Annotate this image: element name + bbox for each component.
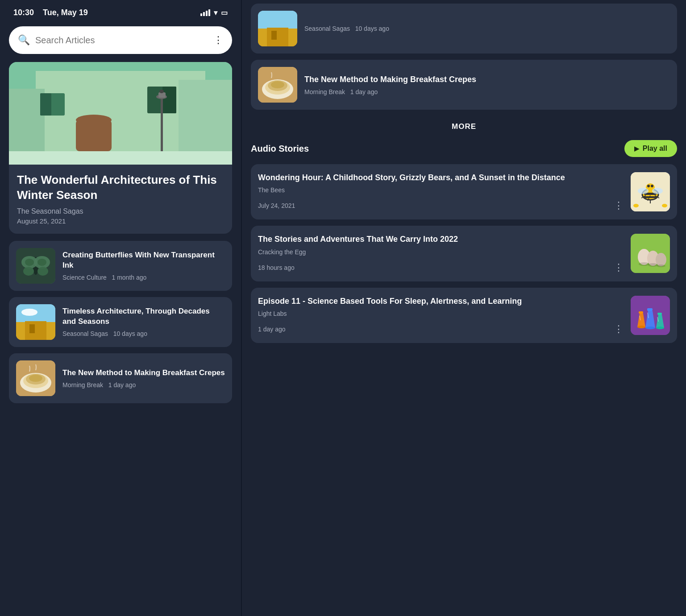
audio-item-bees[interactable]: Wondering Hour: A Childhood Story, Grizz… — [251, 164, 677, 219]
wifi-icon: ▾ — [214, 8, 217, 17]
partial-seasonal-sagas-item[interactable]: Seasonal Sagas 10 days ago — [251, 4, 677, 54]
article-item-crepes[interactable]: The New Method to Making Breakfast Crepe… — [9, 353, 232, 403]
search-input[interactable] — [35, 35, 208, 45]
article-info-crepes: The New Method to Making Breakfast Crepe… — [62, 368, 225, 389]
search-options-icon[interactable]: ⋮ — [213, 34, 223, 46]
status-bar: 10:30 Tue, May 19 ▾ ▭ — [9, 0, 232, 22]
svg-rect-66 — [657, 313, 662, 315]
article-item-architecture[interactable]: Timeless Architecture, Through Decades a… — [9, 297, 232, 347]
svg-point-59 — [648, 263, 658, 267]
signal-icon — [200, 9, 210, 16]
audio-item-egg[interactable]: The Stories and Adventures That We Carry… — [251, 226, 677, 281]
svg-point-9 — [76, 115, 112, 125]
svg-rect-14 — [9, 151, 232, 165]
article-thumb-butterflies — [16, 248, 55, 284]
svg-point-49 — [651, 185, 653, 187]
audio-item-lab[interactable]: Episode 11 - Science Based Tools For Sle… — [251, 288, 677, 343]
svg-point-41 — [271, 81, 284, 88]
battery-icon: ▭ — [221, 8, 228, 17]
audio-options-bees[interactable]: ⋮ — [614, 200, 624, 211]
article-meta-architecture: Seasonal Sagas 10 days ago — [62, 330, 225, 337]
search-icon: 🔍 — [18, 34, 30, 46]
featured-date: August 25, 2021 — [17, 217, 224, 225]
status-bar-right: ▾ ▭ — [200, 8, 228, 17]
svg-rect-27 — [29, 324, 35, 333]
play-all-label: Play all — [643, 145, 667, 153]
article-title-crepes: The New Method to Making Breakfast Crepe… — [62, 368, 225, 378]
svg-rect-62 — [639, 311, 643, 314]
svg-rect-5 — [40, 93, 51, 116]
audio-options-egg[interactable]: ⋮ — [614, 262, 624, 273]
article-title-butterflies: Creating Butterflies With New Transparen… — [62, 250, 225, 271]
svg-point-19 — [23, 267, 34, 276]
audio-title-lab: Episode 11 - Science Based Tools For Sle… — [258, 296, 624, 306]
partial-item-meta: Seasonal Sagas 10 days ago — [304, 25, 670, 32]
right-thumb-crepes — [258, 67, 297, 103]
svg-point-51 — [652, 188, 663, 194]
svg-point-50 — [638, 188, 649, 194]
right-article-title-crepes: The New Method to Making Breakfast Crepe… — [304, 74, 670, 85]
right-panel: Seasonal Sagas 10 days ago The New Metho… — [242, 0, 686, 616]
audio-thumb-egg — [631, 234, 670, 273]
svg-point-58 — [639, 262, 649, 266]
featured-source: The Seasonal Sagas — [17, 207, 224, 215]
svg-point-22 — [37, 259, 46, 266]
audio-date-egg: 18 hours ago — [258, 264, 295, 271]
partial-item-info: Seasonal Sagas 10 days ago — [304, 25, 670, 32]
audio-section-header: Audio Stories ▶ Play all — [251, 140, 677, 157]
svg-point-25 — [21, 309, 37, 316]
audio-date-lab: 1 day ago — [258, 326, 286, 333]
svg-point-20 — [37, 267, 48, 276]
audio-footer-bees: July 24, 2021 ⋮ — [258, 200, 624, 211]
audio-source-bees: The Bees — [258, 186, 624, 194]
search-bar[interactable]: 🔍 ⋮ — [9, 26, 232, 54]
featured-text: The Wonderful Architectures of This Wint… — [9, 165, 232, 234]
more-button[interactable]: MORE — [452, 122, 476, 131]
svg-point-53 — [662, 204, 667, 207]
audio-footer-egg: 18 hours ago ⋮ — [258, 262, 624, 273]
article-info-butterflies: Creating Butterflies With New Transparen… — [62, 250, 225, 281]
play-all-button[interactable]: ▶ Play all — [624, 140, 677, 157]
svg-point-13 — [159, 90, 164, 93]
svg-rect-10 — [161, 98, 163, 156]
svg-point-63 — [637, 326, 645, 328]
more-button-wrap[interactable]: MORE — [251, 116, 677, 140]
svg-rect-7 — [162, 87, 176, 113]
audio-thumb-lab — [631, 296, 670, 335]
left-panel: 10:30 Tue, May 19 ▾ ▭ 🔍 ⋮ — [0, 0, 241, 616]
article-info-architecture: Timeless Architecture, Through Decades a… — [62, 306, 225, 337]
svg-rect-26 — [25, 321, 46, 340]
featured-image — [9, 62, 232, 165]
audio-options-lab[interactable]: ⋮ — [614, 323, 624, 335]
svg-rect-36 — [271, 31, 277, 40]
audio-info-bees: Wondering Hour: A Childhood Story, Grizz… — [258, 172, 624, 211]
svg-point-52 — [633, 204, 639, 207]
article-thumb-crepes — [16, 360, 55, 396]
featured-title: The Wonderful Architectures of This Wint… — [17, 173, 224, 203]
right-article-meta-crepes: Morning Break 1 day ago — [304, 88, 670, 95]
right-article-info-crepes: The New Method to Making Breakfast Crepe… — [304, 74, 670, 95]
audio-title-egg: The Stories and Adventures That We Carry… — [258, 234, 624, 244]
status-time-date: 10:30 Tue, May 19 — [13, 8, 88, 17]
featured-card[interactable]: The Wonderful Architectures of This Wint… — [9, 62, 232, 234]
play-all-icon: ▶ — [634, 145, 639, 152]
svg-rect-33 — [258, 11, 297, 29]
audio-info-egg: The Stories and Adventures That We Carry… — [258, 234, 624, 273]
audio-date-bees: July 24, 2021 — [258, 202, 295, 209]
audio-section-title: Audio Stories — [251, 144, 309, 154]
svg-point-21 — [25, 259, 34, 266]
svg-point-32 — [29, 375, 42, 382]
right-article-crepes[interactable]: The New Method to Making Breakfast Crepe… — [251, 60, 677, 110]
status-date: Tue, May 19 — [43, 8, 88, 17]
svg-rect-35 — [267, 28, 288, 46]
audio-title-bees: Wondering Hour: A Childhood Story, Grizz… — [258, 172, 624, 183]
article-thumb-architecture — [16, 304, 55, 340]
status-time: 10:30 — [13, 8, 34, 17]
article-item-butterflies[interactable]: Creating Butterflies With New Transparen… — [9, 241, 232, 291]
svg-point-65 — [645, 327, 655, 329]
partial-thumb — [258, 11, 297, 46]
article-title-architecture: Timeless Architecture, Through Decades a… — [62, 306, 225, 327]
svg-rect-46 — [644, 196, 657, 198]
audio-source-egg: Cracking the Egg — [258, 248, 624, 256]
article-meta-crepes: Morning Break 1 day ago — [62, 381, 225, 389]
